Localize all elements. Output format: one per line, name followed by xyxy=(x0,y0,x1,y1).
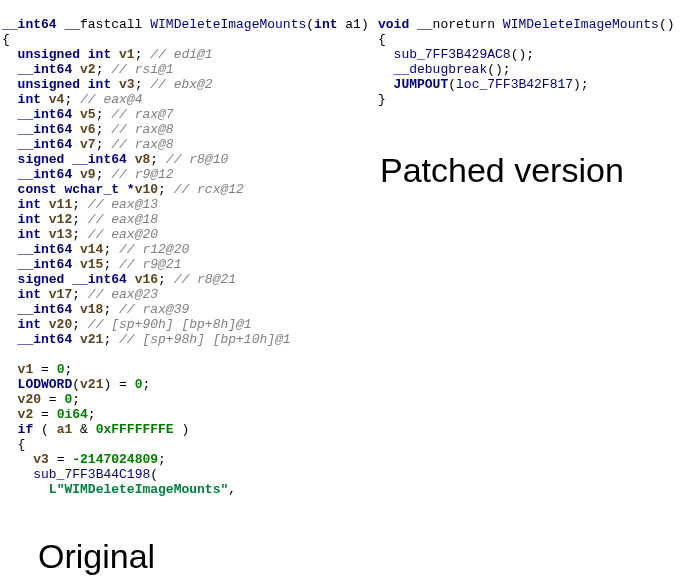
code-line: sub_7FF3B429AC8(); xyxy=(378,47,534,62)
patched-code-pane: void __noreturn WIMDeleteImageMounts() {… xyxy=(378,2,688,107)
code-line: L"WIMDeleteImageMounts", xyxy=(2,482,236,497)
macro: JUMPOUT xyxy=(394,77,449,92)
code-line: v2 = 0i64; xyxy=(2,407,96,422)
keyword: if xyxy=(18,422,34,437)
code-line: int v20; // [sp+90h] [bp+8h]@1 xyxy=(2,317,252,332)
code-line: { xyxy=(2,437,25,452)
code-line: sub_7FF3B44C198( xyxy=(2,467,158,482)
code-line: { xyxy=(378,32,386,47)
original-code-pane: __int64 __fastcall WIMDeleteImageMounts(… xyxy=(2,2,374,497)
code-line: void __noreturn WIMDeleteImageMounts() xyxy=(378,17,674,32)
code-line: __int64 v9; // r9@12 xyxy=(2,167,174,182)
string-literal: "WIMDeleteImageMounts" xyxy=(57,482,229,497)
code-line: { xyxy=(2,32,10,47)
comment: // edi@1 xyxy=(150,47,212,62)
code-line: __int64 __fastcall WIMDeleteImageMounts(… xyxy=(2,17,369,32)
code-line: const wchar_t *v10; // rcx@12 xyxy=(2,182,244,197)
code-line: __int64 v2; // rsi@1 xyxy=(2,62,174,77)
cc: __fastcall xyxy=(57,17,151,32)
function-name: WIMDeleteImageMounts xyxy=(150,17,306,32)
var: v1 xyxy=(111,47,134,62)
code-line: __int64 v14; // r12@20 xyxy=(2,242,189,257)
code-line: __int64 v7; // rax@8 xyxy=(2,137,174,152)
label: loc_7FF3B42F817 xyxy=(456,77,573,92)
code-line: __debugbreak(); xyxy=(378,62,511,77)
code-line: int v4; // eax@4 xyxy=(2,92,142,107)
code-line: __int64 v6; // rax@8 xyxy=(2,122,174,137)
code-line: int v13; // eax@20 xyxy=(2,227,158,242)
code-line: int v11; // eax@13 xyxy=(2,197,158,212)
code-line: v3 = -2147024809; xyxy=(2,452,166,467)
code-line: v1 = 0; xyxy=(2,362,72,377)
original-label: Original xyxy=(38,538,155,574)
code-line: __int64 v21; // [sp+98h] [bp+10h]@1 xyxy=(2,332,291,347)
string-prefix: L xyxy=(49,482,57,497)
patched-label: Patched version xyxy=(380,152,624,188)
code-line: LODWORD(v21) = 0; xyxy=(2,377,150,392)
code-line: __int64 v18; // rax@39 xyxy=(2,302,189,317)
macro: LODWORD xyxy=(18,377,73,392)
type: unsigned int xyxy=(18,47,112,62)
called-function: sub_7FF3B44C198 xyxy=(33,467,150,482)
code-line: int v17; // eax@23 xyxy=(2,287,158,302)
code-line: unsigned int v3; // ebx@2 xyxy=(2,77,213,92)
type: __int64 xyxy=(2,17,57,32)
code-line: JUMPOUT(loc_7FF3B42F817); xyxy=(378,77,589,92)
code-line: __int64 v5; // rax@7 xyxy=(2,107,174,122)
code-line: signed __int64 v16; // r8@21 xyxy=(2,272,236,287)
type: void xyxy=(378,17,409,32)
type: int xyxy=(314,17,337,32)
function-name: WIMDeleteImageMounts xyxy=(503,17,659,32)
code-line: int v12; // eax@18 xyxy=(2,212,158,227)
code-line: if ( a1 & 0xFFFFFFFE ) xyxy=(2,422,189,437)
code-line: v20 = 0; xyxy=(2,392,80,407)
code-line: __int64 v15; // r9@21 xyxy=(2,257,181,272)
code-line: } xyxy=(378,92,386,107)
called-function: sub_7FF3B429AC8 xyxy=(394,47,511,62)
called-function: __debugbreak xyxy=(394,62,488,77)
code-line: signed __int64 v8; // r8@10 xyxy=(2,152,228,167)
code-line: unsigned int v1; // edi@1 xyxy=(2,47,213,62)
